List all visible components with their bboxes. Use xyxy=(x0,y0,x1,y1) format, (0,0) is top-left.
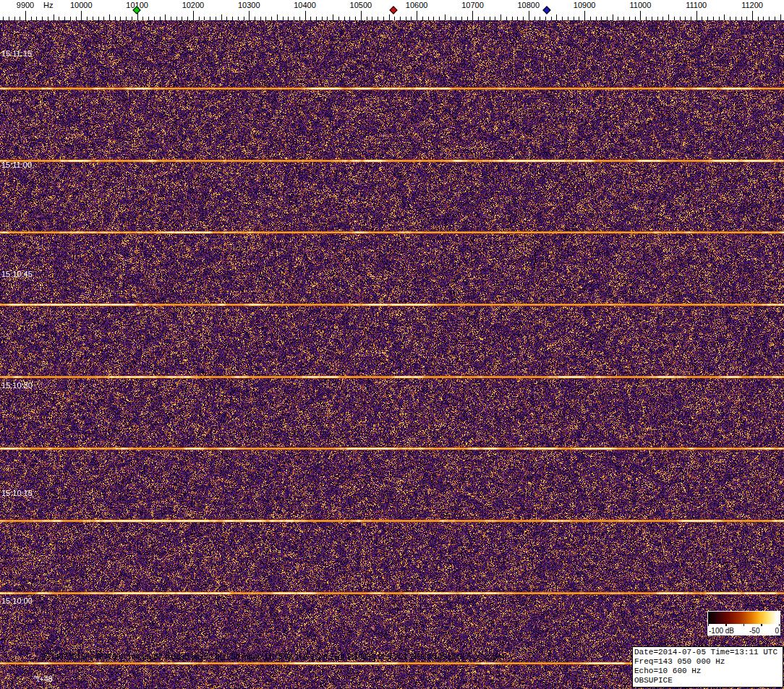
legend-min-label: -100 dB xyxy=(709,627,734,635)
observation-info-box: Date=2014-07-05 Time=13:11 UTC Freq=143 … xyxy=(632,646,783,688)
ruler-tick xyxy=(702,17,702,20)
ruler-tick xyxy=(719,17,720,20)
ruler-tick xyxy=(685,17,686,20)
ruler-tick xyxy=(59,17,59,20)
ruler-tick xyxy=(467,17,468,20)
ruler-unit-label: Hz xyxy=(43,1,53,9)
ruler-tick xyxy=(529,11,529,20)
ruler-tick xyxy=(310,17,311,20)
ruler-tick xyxy=(574,17,574,20)
ruler-tick xyxy=(506,17,507,20)
ruler-tick xyxy=(199,17,200,20)
spectrogram-canvas[interactable] xyxy=(0,20,784,689)
ruler-tick xyxy=(461,17,462,20)
ruler-tick xyxy=(36,17,37,20)
ruler-tick xyxy=(551,17,552,20)
ruler-tick xyxy=(490,17,490,20)
ruler-tick xyxy=(584,11,585,20)
colormap-gradient xyxy=(708,612,780,624)
ruler-tick xyxy=(534,17,535,20)
legend-max-label: 0 xyxy=(775,627,779,635)
ruler-tick xyxy=(730,17,730,20)
ruler-tick xyxy=(271,17,272,20)
legend-mid-label: -50 xyxy=(749,627,759,635)
ruler-tick xyxy=(741,17,742,20)
ruler-tick xyxy=(389,14,390,20)
ruler-tick xyxy=(400,17,401,20)
ruler-tick xyxy=(668,14,669,20)
ruler-tick xyxy=(9,17,9,20)
ruler-frequency-label: 10700 xyxy=(461,1,484,9)
ruler-tick xyxy=(478,17,479,20)
radio-spectrogram-window: 9900100001010010200103001040010500106001… xyxy=(0,0,784,689)
ruler-tick xyxy=(283,17,284,20)
ruler-tick xyxy=(422,17,423,20)
ruler-tick xyxy=(484,17,485,20)
blue-frequency-marker[interactable] xyxy=(542,6,550,14)
ruler-frequency-label: 11100 xyxy=(686,1,707,9)
ruler-tick xyxy=(433,17,434,20)
ruler-tick xyxy=(355,17,356,20)
ruler-tick xyxy=(316,17,317,20)
ruler-tick xyxy=(171,17,171,20)
ruler-tick xyxy=(210,17,210,20)
ruler-frequency-label: 10800 xyxy=(517,1,540,9)
ruler-tick xyxy=(3,17,4,20)
ruler-frequency-label: 10900 xyxy=(574,1,596,9)
ruler-frequency-label: 10400 xyxy=(294,1,316,9)
ruler-tick xyxy=(623,17,624,20)
ruler-tick xyxy=(221,14,222,20)
ruler-tick xyxy=(411,17,412,20)
ruler-tick xyxy=(187,17,188,20)
ruler-tick xyxy=(260,17,261,20)
ruler-tick xyxy=(758,17,759,20)
ruler-tick xyxy=(344,17,345,20)
detection-annotation: 20140705130948976 hCnt4 nb-87 f10598 bit… xyxy=(41,652,505,661)
ruler-tick xyxy=(165,14,166,20)
ruler-tick xyxy=(160,17,161,20)
ruler-tick xyxy=(445,14,446,20)
ruler-tick xyxy=(142,17,143,20)
ruler-tick xyxy=(25,11,26,20)
ruler-tick xyxy=(613,14,613,20)
ruler-tick xyxy=(126,17,127,20)
ruler-frequency-label: 11200 xyxy=(741,1,763,9)
ruler-tick xyxy=(204,17,205,20)
ruler-tick xyxy=(618,17,618,20)
ruler-tick xyxy=(394,17,395,20)
time-axis-label: 15:11:00 xyxy=(1,161,32,169)
ruler-tick xyxy=(517,17,518,20)
ruler-tick xyxy=(367,17,367,20)
ruler-tick xyxy=(780,14,781,20)
frequency-ruler[interactable]: 9900100001010010200103001040010500106001… xyxy=(0,0,784,20)
ruler-tick xyxy=(31,17,32,20)
ruler-tick xyxy=(590,17,591,20)
ruler-tick xyxy=(657,17,658,20)
ruler-tick xyxy=(640,11,641,20)
ruler-tick xyxy=(98,17,99,20)
time-axis-label: 15:11:15 xyxy=(1,49,32,58)
ruler-tick xyxy=(556,14,557,20)
ruler-tick xyxy=(500,14,501,20)
ruler-tick xyxy=(691,17,691,20)
ruler-tick xyxy=(378,17,378,20)
ruler-tick xyxy=(523,17,524,20)
ruler-tick xyxy=(294,17,294,20)
time-axis-label: 15:10:00 xyxy=(1,596,33,605)
ruler-tick xyxy=(428,17,429,20)
ruler-tick xyxy=(48,17,48,20)
ruler-frequency-label: 10200 xyxy=(182,1,205,9)
ruler-tick xyxy=(752,11,753,20)
red-frequency-marker[interactable] xyxy=(390,6,398,14)
ruler-tick xyxy=(607,17,608,20)
ruler-frequency-label: 10000 xyxy=(70,1,93,9)
ruler-tick xyxy=(406,17,406,20)
ruler-tick xyxy=(148,17,149,20)
ruler-tick xyxy=(333,14,333,20)
ruler-tick xyxy=(277,14,278,20)
ruler-tick xyxy=(456,17,456,20)
ruler-frequency-label: 11000 xyxy=(630,1,652,9)
db-scale-legend: -100 dB -50 0 xyxy=(707,611,780,635)
ruler-tick xyxy=(265,17,266,20)
ruler-tick xyxy=(746,17,747,20)
